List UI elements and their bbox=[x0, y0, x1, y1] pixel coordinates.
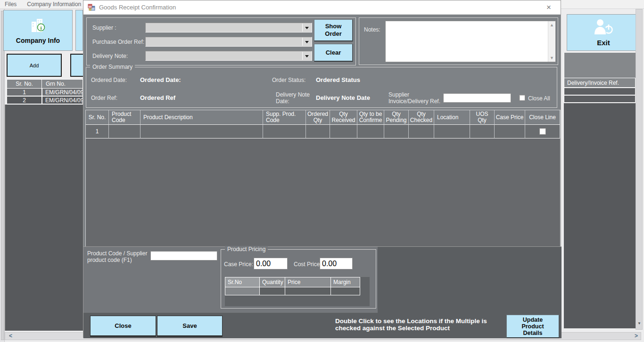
order-lines-grid: Sr. No. Product Code Product Description… bbox=[85, 110, 561, 246]
right-table-row-2[interactable] bbox=[564, 96, 636, 103]
product-pricing-groupbox: Product Pricing Case Price: Cost Price: … bbox=[221, 249, 376, 309]
product-code-input[interactable] bbox=[150, 251, 217, 261]
company-info-button[interactable]: i Company Info bbox=[3, 10, 73, 51]
svg-text:i: i bbox=[40, 24, 41, 30]
col-product-code: Product Code bbox=[109, 110, 140, 125]
save-button[interactable]: Save bbox=[157, 316, 223, 337]
row1-close-line-checkbox[interactable] bbox=[539, 128, 546, 135]
col-close-line: Close Line bbox=[525, 110, 560, 125]
grn-row-1-sr[interactable]: 1 bbox=[7, 89, 42, 96]
grn-table-header-grnno: Grn No. bbox=[42, 79, 83, 89]
notes-scrollbar[interactable]: ▲ ▼ bbox=[548, 21, 555, 62]
company-info-icon: i bbox=[29, 17, 48, 34]
notes-textarea[interactable]: ▲ ▼ bbox=[385, 21, 556, 62]
row1-location bbox=[434, 125, 470, 138]
exit-button[interactable]: Exit bbox=[567, 14, 640, 51]
col-qty-received: Qty Received bbox=[330, 110, 357, 125]
notes-panel: Notes: ▲ ▼ bbox=[359, 17, 558, 65]
product-pricing-legend: Product Pricing bbox=[225, 246, 268, 252]
order-ref-label: Order Ref: bbox=[91, 95, 117, 101]
supplier-invoice-ref-input[interactable] bbox=[443, 93, 511, 103]
right-table-band bbox=[564, 53, 636, 78]
delivery-note-combobox[interactable] bbox=[145, 51, 312, 61]
left-list-area bbox=[5, 105, 83, 331]
ordered-date-value: Ordered Date: bbox=[140, 77, 181, 83]
exit-label: Exit bbox=[597, 39, 610, 47]
dialog-close-icon[interactable]: × bbox=[544, 2, 554, 13]
notes-label: Notes: bbox=[364, 26, 380, 33]
hidden-button-2[interactable] bbox=[70, 54, 83, 77]
col-qty-to-be-confirmed: Qty to be Confirme bbox=[357, 110, 384, 125]
chevron-down-icon[interactable] bbox=[302, 52, 311, 60]
pricing-col-margin: Margin bbox=[331, 277, 360, 287]
pricing-header-row: Sr.No Quantity Price Margin bbox=[225, 277, 370, 287]
vertical-scrollbar[interactable]: ▼ bbox=[636, 9, 643, 330]
hidden-toolbar-button[interactable] bbox=[75, 10, 83, 51]
row1-qty-pending bbox=[384, 125, 409, 138]
col-product-description: Product Description bbox=[140, 110, 263, 125]
order-summary-groupbox: Order Summary Ordered Date: Ordered Date… bbox=[86, 67, 557, 108]
pricing-col-price: Price bbox=[285, 277, 331, 287]
close-button[interactable]: Close bbox=[90, 316, 156, 337]
pricing-col-srno: Sr.No bbox=[225, 277, 260, 287]
purchase-order-combobox[interactable] bbox=[145, 37, 312, 47]
update-product-details-button[interactable]: Update Product Details bbox=[506, 315, 560, 338]
dialog-bottom-region: Product Code / Supplier product code (F1… bbox=[83, 246, 561, 338]
scroll-down-icon[interactable]: ▼ bbox=[637, 321, 641, 326]
row1-close-line-cell bbox=[525, 125, 560, 138]
col-qty-pending: Qty Pending bbox=[384, 110, 409, 125]
add-button-label: Add bbox=[30, 63, 39, 68]
scroll-up-icon[interactable]: ▲ bbox=[550, 21, 554, 27]
right-table-row-1[interactable] bbox=[564, 88, 636, 95]
supplier-label: Supplier : bbox=[92, 24, 116, 31]
company-info-label: Company Info bbox=[16, 37, 60, 44]
product-code-label: Product Code / Supplier product code (F1… bbox=[87, 250, 147, 263]
supplier-invoice-ref-label: Supplier Invoice/Delivery Ref. bbox=[388, 91, 450, 105]
order-status-label: Order Status: bbox=[272, 77, 305, 83]
row1-case-price bbox=[495, 125, 525, 138]
exit-icon bbox=[593, 18, 614, 35]
grn-row-2-grn[interactable]: EM/GRN/04/09/20 bbox=[42, 97, 83, 104]
scroll-down-icon[interactable]: ▼ bbox=[550, 56, 554, 62]
grn-row-1-grn[interactable]: EM/GRN/04/09/20 bbox=[42, 89, 83, 96]
row1-sr-no: 1 bbox=[86, 125, 109, 138]
close-all-checkbox[interactable] bbox=[519, 95, 525, 101]
col-case-price: Case Price bbox=[495, 110, 525, 125]
scroll-left-icon[interactable]: < bbox=[9, 333, 12, 340]
form-window-icon bbox=[88, 4, 95, 11]
cost-price-input[interactable] bbox=[320, 258, 353, 269]
clear-button[interactable]: Clear bbox=[314, 44, 353, 62]
dialog-title: Goods Receipt Confirmation bbox=[99, 4, 176, 11]
scroll-right-icon[interactable]: > bbox=[635, 333, 638, 340]
dialog-titlebar[interactable]: Goods Receipt Confirmation × bbox=[83, 0, 561, 15]
row1-qty-to-be-confirmed bbox=[357, 125, 384, 138]
menu-files[interactable]: Files bbox=[5, 1, 17, 8]
show-order-button[interactable]: Show Order bbox=[314, 19, 353, 41]
order-ref-value: Ordered Ref bbox=[140, 95, 175, 101]
row1-product-code bbox=[109, 125, 140, 138]
add-button[interactable]: Add bbox=[7, 54, 62, 77]
delivery-note-date-value: Delivery Note Date bbox=[316, 95, 370, 101]
order-summary-legend: Order Summary bbox=[90, 64, 135, 70]
close-all-label: Close All bbox=[528, 95, 550, 102]
order-status-value: Ordered Status bbox=[316, 77, 360, 83]
col-sr-no: Sr. No. bbox=[86, 110, 109, 125]
right-list-area bbox=[564, 103, 636, 328]
col-uos-qty: UOS Qty bbox=[470, 110, 495, 125]
chevron-down-icon[interactable] bbox=[302, 24, 311, 32]
menu-company-information[interactable]: Company Information bbox=[27, 1, 81, 8]
case-price-input[interactable] bbox=[254, 258, 288, 269]
delivery-note-date-label: Delivery Note Date: bbox=[276, 91, 314, 105]
pricing-col-quantity: Quantity bbox=[260, 277, 285, 287]
grid-row-1[interactable]: 1 bbox=[86, 125, 560, 138]
goods-receipt-dialog: Goods Receipt Confirmation × Supplier : … bbox=[83, 0, 561, 338]
case-price-label: Case Price: bbox=[224, 261, 253, 268]
cost-price-label: Cost Price: bbox=[294, 261, 322, 268]
supplier-combobox[interactable] bbox=[145, 23, 312, 33]
row1-qty-received bbox=[330, 125, 357, 138]
pricing-row-1[interactable] bbox=[225, 287, 370, 295]
col-ordered-qty: Ordered Qty bbox=[306, 110, 330, 125]
pricing-table: Sr.No Quantity Price Margin bbox=[225, 277, 370, 306]
chevron-down-icon[interactable] bbox=[302, 38, 311, 46]
grn-row-2-sr[interactable]: 2 bbox=[7, 97, 42, 104]
